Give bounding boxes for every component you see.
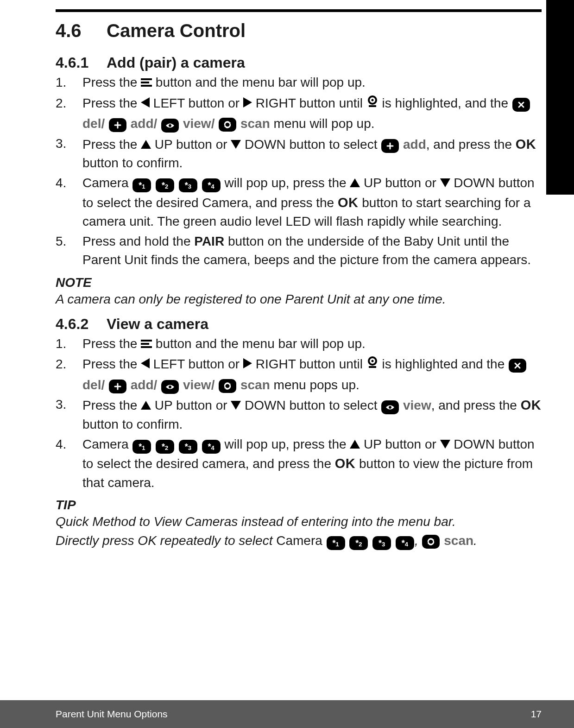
add-icon	[381, 139, 399, 153]
text: 3	[188, 184, 191, 190]
view-icon	[161, 119, 179, 133]
text: Press and hold the	[82, 234, 194, 248]
note-label: NOTE	[56, 275, 542, 290]
svg-rect-5	[369, 105, 376, 107]
text: *	[208, 443, 211, 451]
text: *	[185, 181, 188, 190]
del-label: del/	[82, 378, 105, 392]
step-2-3: Press the UP button or DOWN button to se…	[56, 395, 542, 434]
text: UP button or	[360, 176, 440, 190]
ok-label: OK	[338, 195, 359, 210]
scan-label: scan	[240, 116, 270, 131]
text: 4	[405, 541, 408, 547]
text: button to confirm.	[82, 417, 183, 431]
up-arrow-icon	[141, 140, 151, 149]
tip-line-1: Quick Method to View Cameras instead of …	[56, 513, 542, 532]
del-label: del/	[82, 116, 105, 131]
scan-icon	[219, 379, 236, 393]
step-1-2: Press the LEFT button or RIGHT button un…	[56, 94, 542, 133]
text: *	[139, 443, 142, 451]
camera-2-icon: *2	[156, 178, 174, 192]
camera-3-icon: *3	[372, 536, 391, 550]
text: Press the	[82, 336, 141, 351]
up-arrow-icon	[350, 178, 360, 187]
text: Camera	[82, 437, 132, 451]
page-footer: Parent Unit Menu Options 17	[0, 700, 574, 728]
text: *	[162, 181, 165, 190]
camera-1-icon: *1	[132, 440, 151, 454]
text: ,	[415, 533, 422, 548]
footer-page-number: 17	[531, 709, 542, 720]
camera-4-icon: *4	[396, 536, 414, 550]
text: LEFT button or	[150, 96, 243, 110]
text: button and the menu bar will pop up.	[152, 336, 366, 351]
camera-4-icon: *4	[202, 440, 221, 454]
ok-label: OK	[521, 398, 542, 412]
down-arrow-icon	[440, 178, 450, 187]
subsection-heading-1: 4.6.1Add (pair) a camera	[56, 54, 542, 71]
add-icon	[109, 380, 126, 393]
ok-label: OK	[516, 137, 536, 152]
text: 2	[165, 184, 168, 190]
text: 2	[165, 445, 168, 451]
subsection-1-title: Add (pair) a camera	[107, 54, 245, 71]
text: *	[378, 539, 382, 547]
pair-button-label: PAIR	[194, 234, 224, 248]
svg-point-11	[371, 360, 373, 362]
scan-label: scan	[240, 378, 270, 392]
steps-list-1: Press the button and the menu bar will p…	[56, 73, 542, 270]
scan-label: scan	[444, 533, 473, 548]
top-rule	[56, 9, 542, 12]
svg-rect-8	[141, 343, 149, 345]
camera-highlight-icon	[366, 95, 378, 115]
text: Camera	[82, 176, 132, 190]
text: UP button or	[151, 137, 231, 152]
view-only-label: view	[403, 398, 431, 412]
text: *	[139, 181, 142, 190]
text: LEFT button or	[150, 357, 243, 371]
text: RIGHT button until	[252, 96, 366, 110]
text: 4	[211, 184, 214, 190]
text: Press the	[82, 398, 141, 412]
camera-3-icon: *3	[179, 178, 197, 192]
up-arrow-icon	[350, 440, 360, 449]
add-only-label: add	[403, 137, 426, 152]
menu-icon	[141, 74, 152, 93]
text: Press the	[82, 75, 141, 89]
down-arrow-icon	[231, 401, 241, 410]
add-icon	[109, 118, 126, 132]
scan-icon	[422, 535, 440, 549]
text: *	[208, 181, 211, 190]
subsection-2-title: View a camera	[107, 316, 208, 332]
view-label: view/	[183, 378, 214, 392]
svg-rect-0	[141, 78, 152, 80]
add-label: add/	[131, 116, 158, 131]
text: *	[355, 539, 359, 547]
text: button and the menu bar will pop up.	[152, 75, 366, 89]
text: 1	[142, 445, 145, 451]
subsection-1-number: 4.6.1	[56, 54, 88, 71]
svg-point-4	[371, 99, 373, 101]
view-label: view/	[183, 116, 214, 131]
camera-4-icon: *4	[202, 178, 221, 192]
ok-label: OK	[335, 456, 356, 471]
text: , and press the	[431, 398, 521, 412]
step-1-4: Camera *1 *2 *3 *4 will pop up, press th…	[56, 174, 542, 231]
svg-point-6	[169, 124, 171, 127]
text: *	[332, 539, 335, 547]
text: Directly press OK repeatedly to select	[56, 533, 276, 548]
subsection-2-number: 4.6.2	[56, 316, 88, 332]
tip-body: Quick Method to View Cameras instead of …	[56, 513, 542, 550]
steps-list-2: Press the button and the menu bar will p…	[56, 335, 542, 493]
text: Press the	[82, 137, 141, 152]
text: menu pops up.	[270, 378, 360, 392]
left-arrow-icon	[141, 358, 150, 368]
text: RIGHT button until	[252, 357, 366, 371]
svg-rect-7	[141, 340, 152, 342]
camera-1-icon: *1	[132, 178, 151, 192]
svg-rect-1	[141, 82, 149, 83]
del-icon	[512, 98, 530, 112]
text: Press the	[82, 96, 141, 110]
text: *	[162, 443, 165, 451]
right-arrow-icon	[243, 97, 252, 108]
